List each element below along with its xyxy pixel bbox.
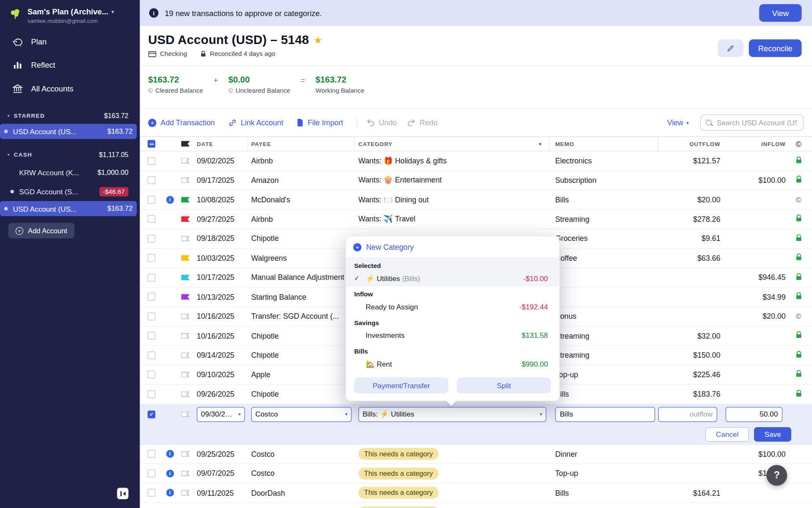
flag-icon[interactable] [181, 490, 190, 495]
row-checkbox[interactable] [148, 273, 155, 281]
row-checkbox[interactable] [148, 390, 155, 398]
editing-row[interactable]: 09/30/2025▾ Costco▾ Bills: ⚡ Utilities▾ [140, 404, 812, 424]
sidebar-item-reflect[interactable]: Reflect [0, 53, 140, 77]
flag-icon[interactable] [181, 216, 190, 222]
uncleared-icon[interactable]: © [796, 196, 801, 204]
sidebar-account-item[interactable]: SGD Account (S...-$46.67 [0, 182, 140, 201]
inflow-input[interactable] [726, 407, 783, 422]
payee-select[interactable]: Costco▾ [251, 407, 352, 422]
undo-button[interactable]: Undo [366, 119, 397, 127]
row-checkbox[interactable] [148, 177, 155, 184]
sidebar-section-starred[interactable]: ▾STARRED$163.72 [0, 107, 140, 124]
column-header-category[interactable]: CATEGORY▾ [355, 137, 549, 151]
cleared-lock-icon[interactable] [795, 351, 802, 360]
sidebar-account-item[interactable]: USD Account (US...$163.72 [0, 124, 137, 139]
table-row[interactable]: 09/27/2025AirbnbWants: ✈️ TravelStreamin… [140, 210, 812, 229]
sidebar-account-item[interactable]: KRW Account (K...$1,000.00 [0, 163, 140, 182]
flag-icon[interactable] [181, 411, 190, 417]
table-row[interactable]: i09/07/2025CostcoThis needs a categoryTo… [140, 464, 812, 483]
split-button[interactable]: Split [457, 377, 551, 393]
popup-category-item[interactable]: Ready to Assign-$192.44 [346, 300, 559, 314]
row-checkbox[interactable] [148, 235, 155, 242]
info-icon[interactable]: i [166, 196, 173, 204]
popup-category-item[interactable]: Investments$131.58 [346, 328, 559, 342]
row-checkbox[interactable] [148, 371, 155, 378]
row-checkbox[interactable] [148, 469, 155, 477]
category-select[interactable]: Bills: ⚡ Utilities▾ [358, 407, 546, 422]
cleared-lock-icon[interactable] [795, 254, 802, 262]
cleared-lock-icon[interactable] [795, 273, 802, 282]
add-transaction-button[interactable]: + Add Transaction [148, 119, 215, 127]
help-button[interactable]: ? [766, 465, 787, 486]
table-row[interactable]: iThis needs a category [140, 503, 812, 508]
save-button[interactable]: Save [754, 427, 791, 441]
row-checkbox[interactable] [148, 450, 155, 458]
plan-switcher[interactable]: Sam's Plan (Archive... ▾ samlee.mobbin@g… [0, 0, 140, 29]
flag-icon[interactable] [181, 197, 190, 202]
cleared-lock-icon[interactable] [795, 215, 802, 224]
view-dropdown[interactable]: View▾ [667, 119, 689, 127]
cleared-lock-icon[interactable] [795, 370, 802, 379]
redo-button[interactable]: Redo [407, 119, 438, 127]
info-icon[interactable]: i [166, 469, 173, 477]
star-icon[interactable]: ★ [314, 34, 323, 46]
date-select[interactable]: 09/30/2025▾ [197, 407, 245, 422]
flag-icon[interactable] [181, 236, 190, 241]
search-input[interactable] [716, 118, 798, 127]
row-checkbox[interactable] [148, 351, 155, 359]
table-row[interactable]: 09/17/2025AmazonWants: 🍿 EntertainmentSu… [140, 171, 812, 190]
flag-icon[interactable] [181, 352, 190, 358]
search-box[interactable] [700, 115, 804, 131]
select-all-checkbox[interactable] [148, 140, 155, 148]
needs-category-pill[interactable]: This needs a category [358, 487, 439, 499]
table-row[interactable]: i09/11/2025DoorDashThis needs a category… [140, 483, 812, 503]
sidebar-item-all-accounts[interactable]: All Accounts [0, 77, 140, 100]
flag-icon[interactable] [181, 471, 190, 476]
cancel-button[interactable]: Cancel [705, 427, 749, 441]
row-checkbox[interactable] [148, 332, 155, 340]
sidebar-item-plan[interactable]: Plan [0, 30, 140, 53]
edit-account-button[interactable] [718, 39, 743, 57]
needs-category-pill[interactable]: This needs a category [358, 467, 439, 479]
new-category-button[interactable]: + New Category [346, 236, 559, 258]
uncleared-icon[interactable]: © [796, 312, 801, 320]
file-import-button[interactable]: File Import [297, 119, 343, 127]
outflow-input[interactable] [658, 407, 717, 422]
cleared-lock-icon[interactable] [795, 176, 802, 185]
row-checkbox[interactable] [148, 293, 155, 301]
popup-category-item[interactable]: 🏡 Rent$990.00 [346, 356, 559, 371]
table-row[interactable]: 09/02/2025AirbnbWants: 🎁 Holidays & gift… [140, 152, 812, 171]
memo-input[interactable] [555, 407, 655, 422]
cleared-lock-icon[interactable] [795, 156, 802, 165]
cleared-lock-icon[interactable] [795, 234, 802, 243]
flag-icon[interactable] [181, 294, 190, 300]
popup-category-item[interactable]: ✓⚡ Utilities (Bills)-$10.00 [346, 271, 559, 285]
cleared-lock-icon[interactable] [795, 331, 802, 340]
reconcile-button[interactable]: Reconcile [749, 39, 802, 57]
flag-icon[interactable] [181, 314, 190, 319]
flag-icon[interactable] [181, 158, 190, 163]
flag-icon[interactable] [181, 177, 190, 183]
collapse-sidebar-button[interactable] [117, 488, 129, 499]
info-icon[interactable]: i [166, 450, 173, 458]
needs-category-pill[interactable]: This needs a category [358, 506, 439, 508]
cleared-lock-icon[interactable] [795, 293, 802, 301]
row-checkbox[interactable] [148, 489, 155, 497]
flag-icon[interactable] [181, 451, 190, 457]
add-account-button[interactable]: + Add Account [8, 223, 75, 239]
sidebar-section-cash[interactable]: ▾CASH$1,117.05 [0, 146, 140, 163]
payment-transfer-button[interactable]: Payment/Transfer [354, 377, 449, 393]
row-checkbox[interactable] [148, 312, 155, 320]
info-icon[interactable]: i [166, 489, 173, 497]
row-checkbox[interactable] [148, 196, 155, 204]
table-row[interactable]: i09/25/2025CostcoThis needs a categoryDi… [140, 444, 812, 464]
flag-icon[interactable] [181, 372, 190, 377]
table-row[interactable]: i10/08/2025McDonald'sWants: 🍽️ Dining ou… [140, 190, 812, 210]
row-checkbox[interactable] [148, 215, 155, 223]
needs-category-pill[interactable]: This needs a category [358, 448, 439, 460]
view-transactions-button[interactable]: View [759, 4, 801, 22]
flag-icon[interactable] [181, 333, 190, 338]
flag-icon[interactable] [181, 275, 190, 280]
row-checkbox[interactable] [148, 254, 155, 262]
cleared-lock-icon[interactable] [795, 390, 802, 399]
